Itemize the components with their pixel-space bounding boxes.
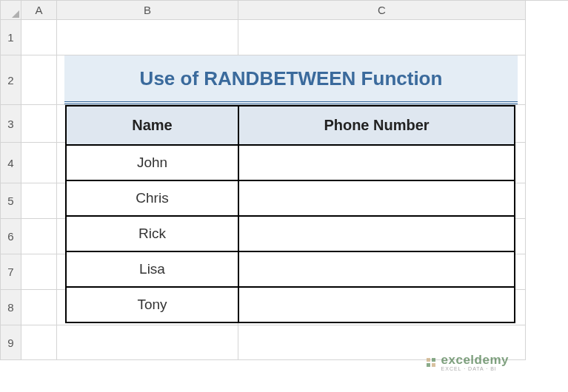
data-table: Name Phone Number John Chris Rick Lisa bbox=[65, 105, 515, 323]
cell-b1[interactable] bbox=[57, 20, 238, 55]
watermark: exceldemy EXCEL · DATA · BI bbox=[425, 354, 509, 371]
watermark-main: exceldemy bbox=[441, 354, 509, 366]
title-cell[interactable]: Use of RANDBETWEEN Function bbox=[57, 55, 526, 105]
cell-a3[interactable] bbox=[21, 105, 57, 143]
column-header-b[interactable]: B bbox=[57, 1, 238, 20]
name-cell[interactable]: Chris bbox=[66, 180, 238, 216]
cell-a8[interactable] bbox=[21, 290, 57, 325]
row-header-9[interactable]: 9 bbox=[1, 325, 21, 360]
watermark-sub: EXCEL · DATA · BI bbox=[441, 366, 509, 371]
row-header-3[interactable]: 3 bbox=[1, 105, 21, 143]
svg-rect-2 bbox=[427, 363, 430, 367]
row-header-1[interactable]: 1 bbox=[1, 20, 21, 55]
column-header-a[interactable]: A bbox=[21, 1, 57, 20]
cell-c1[interactable] bbox=[238, 20, 526, 55]
cell-a1[interactable] bbox=[21, 20, 57, 55]
svg-rect-3 bbox=[432, 363, 435, 367]
svg-rect-0 bbox=[427, 358, 430, 362]
row-header-2[interactable]: 2 bbox=[1, 55, 21, 105]
table-row: Rick bbox=[66, 216, 515, 251]
cell-a9[interactable] bbox=[21, 325, 57, 360]
select-all-corner[interactable] bbox=[1, 1, 21, 20]
table-row: Chris bbox=[66, 180, 515, 216]
table-row: Lisa bbox=[66, 251, 515, 287]
row-header-8[interactable]: 8 bbox=[1, 290, 21, 325]
row-header-7[interactable]: 7 bbox=[1, 254, 21, 290]
header-phone[interactable]: Phone Number bbox=[238, 106, 515, 145]
watermark-logo-icon bbox=[425, 356, 437, 368]
page-title: Use of RANDBETWEEN Function bbox=[64, 55, 518, 104]
header-name[interactable]: Name bbox=[66, 106, 238, 145]
cell-b9[interactable] bbox=[57, 325, 238, 360]
phone-cell[interactable] bbox=[238, 216, 515, 251]
cell-a4[interactable] bbox=[21, 143, 57, 183]
row-header-4[interactable]: 4 bbox=[1, 143, 21, 183]
table-row: John bbox=[66, 145, 515, 180]
select-all-icon bbox=[12, 10, 19, 18]
column-header-c[interactable]: C bbox=[238, 1, 526, 20]
table-header-row: Name Phone Number bbox=[66, 106, 515, 145]
row-header-6[interactable]: 6 bbox=[1, 219, 21, 254]
phone-cell[interactable] bbox=[238, 180, 515, 216]
name-cell[interactable]: Lisa bbox=[66, 251, 238, 287]
watermark-text: exceldemy EXCEL · DATA · BI bbox=[441, 354, 509, 371]
table-row: Tony bbox=[66, 287, 515, 322]
name-cell[interactable]: Tony bbox=[66, 287, 238, 322]
phone-cell[interactable] bbox=[238, 287, 515, 322]
row-header-5[interactable]: 5 bbox=[1, 183, 21, 219]
phone-cell[interactable] bbox=[238, 251, 515, 287]
name-cell[interactable]: Rick bbox=[66, 216, 238, 251]
cell-a6[interactable] bbox=[21, 219, 57, 254]
cell-a5[interactable] bbox=[21, 183, 57, 219]
data-table-overlay: Name Phone Number John Chris Rick Lisa bbox=[65, 105, 515, 323]
cell-a2[interactable] bbox=[21, 55, 57, 105]
cell-a7[interactable] bbox=[21, 254, 57, 290]
svg-rect-1 bbox=[432, 358, 435, 362]
name-cell[interactable]: John bbox=[66, 145, 238, 180]
phone-cell[interactable] bbox=[238, 145, 515, 180]
